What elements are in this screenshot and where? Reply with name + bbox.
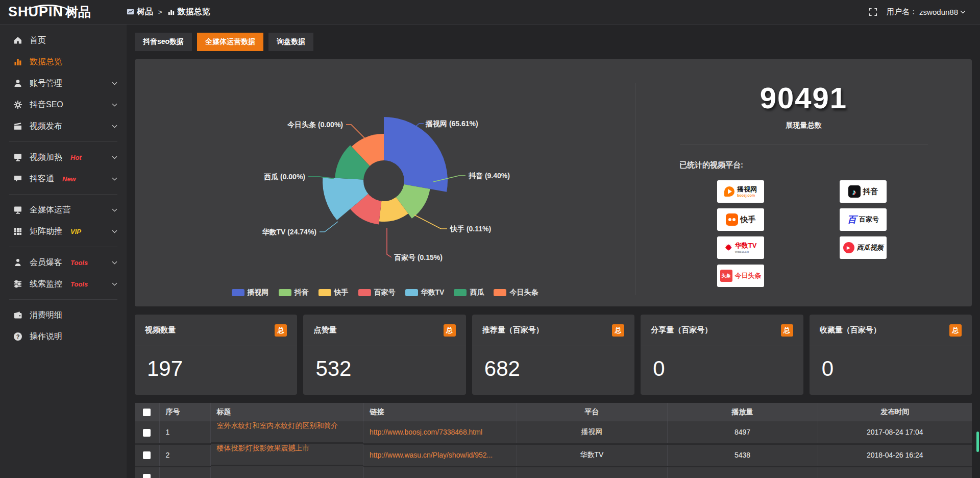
new-badge: New bbox=[62, 175, 76, 183]
stat-value: 682 bbox=[472, 346, 634, 381]
cell-title[interactable]: 楼体投影灯投影效果震撼上市 bbox=[211, 444, 364, 466]
table-row-partial bbox=[135, 466, 972, 478]
summary-divider bbox=[680, 145, 928, 145]
rose-pie-chart: 播视网 (65.61%) 抖音 (9.40%) 快手 (0.11%) 百家号 (… bbox=[135, 59, 635, 306]
sidebar-item-account-management[interactable]: 账号管理 bbox=[0, 73, 127, 94]
leader-line-toutiao bbox=[346, 125, 365, 139]
pie-label-baijiahao: 百家号 (0.15%) bbox=[394, 253, 443, 261]
breadcrumb-root[interactable]: 树品 bbox=[127, 7, 153, 17]
legend-swatch bbox=[454, 289, 467, 296]
main-content: 抖音seo数据 全媒体运营数据 询盘数据 bbox=[127, 25, 980, 478]
row-checkbox[interactable] bbox=[143, 451, 151, 459]
legend-item[interactable]: 快手 bbox=[318, 288, 349, 297]
stat-value: 0 bbox=[641, 346, 803, 381]
stat-card-video-count: 视频数量总 197 bbox=[135, 315, 297, 395]
bar-chart-icon bbox=[167, 8, 175, 16]
tab-douyin-seo-data[interactable]: 抖音seo数据 bbox=[135, 33, 192, 51]
grid-icon bbox=[13, 227, 22, 236]
col-published: 发布时间 bbox=[818, 403, 972, 421]
leader-line-huashutv bbox=[320, 222, 338, 232]
platform-badges: 播视网boosj.com ♪ 抖音 快手 百 百家号 ✹ 华数TVwasu.cn bbox=[717, 180, 972, 287]
chevron-down-icon bbox=[112, 177, 117, 181]
sidebar-item-doukotong[interactable]: 抖客通 New bbox=[0, 168, 127, 189]
legend-item[interactable]: 百家号 bbox=[358, 288, 396, 297]
gear-icon bbox=[13, 100, 22, 109]
sidebar-item-omnimedia-operation[interactable]: 全媒体运营 bbox=[0, 199, 127, 221]
tab-inquiry-data[interactable]: 询盘数据 bbox=[268, 33, 313, 51]
videos-table: 序号 标题 链接 平台 播放量 发布时间 1 室外水纹灯和室内水纹灯的区别和简介… bbox=[135, 403, 972, 478]
overview-panel: 播视网 (65.61%) 抖音 (9.40%) 快手 (0.11%) 百家号 (… bbox=[135, 59, 972, 306]
platform-badge-xigua: ▶ 西瓜视频 bbox=[840, 236, 887, 259]
sidebar-item-matrix-boost[interactable]: 矩阵助推 VIP bbox=[0, 221, 127, 242]
chevron-down-icon bbox=[112, 103, 117, 107]
top-bar: SHUPIN 树品 树品 > 数据总览 用户名： zswodun88 bbox=[0, 0, 980, 25]
chevron-down-icon bbox=[112, 156, 117, 159]
platform-badge-huashutv: ✹ 华数TVwasu.cn bbox=[717, 236, 764, 259]
total-badge: 总 bbox=[444, 324, 456, 337]
cell-platform: 播视网 bbox=[517, 421, 667, 444]
stat-value: 0 bbox=[810, 346, 972, 381]
pie-label-huashutv: 华数TV (24.74%) bbox=[261, 228, 316, 236]
legend-swatch bbox=[318, 289, 331, 296]
select-all-checkbox[interactable] bbox=[143, 409, 151, 416]
legend-item[interactable]: 抖音 bbox=[279, 288, 309, 297]
sidebar-item-video-publish[interactable]: 视频发布 bbox=[0, 115, 127, 137]
sidebar-item-member-burst[interactable]: 会员爆客 Tools bbox=[0, 252, 127, 273]
sidebar-item-spending-details[interactable]: 消费明细 bbox=[0, 304, 127, 326]
table-row: 2 楼体投影灯投影效果震撼上市 http://www.wasu.cn/Play/… bbox=[135, 444, 972, 466]
row-checkbox[interactable] bbox=[143, 429, 151, 437]
stat-value: 532 bbox=[303, 346, 465, 381]
legend-swatch bbox=[358, 289, 371, 296]
cell-platform: 华数TV bbox=[517, 444, 667, 466]
chevron-down-icon bbox=[112, 82, 117, 85]
cell-title[interactable]: 室外水纹灯和室内水纹灯的区别和简介 bbox=[211, 421, 364, 444]
sidebar-item-home[interactable]: 首页 bbox=[0, 30, 127, 51]
legend-item[interactable]: 播视网 bbox=[232, 288, 269, 297]
sidebar-item-lead-monitoring[interactable]: 线索监控 Tools bbox=[0, 273, 127, 295]
total-badge: 总 bbox=[612, 324, 624, 337]
platform-badge-douyin: ♪ 抖音 bbox=[840, 180, 887, 203]
legend-item[interactable]: 西瓜 bbox=[454, 288, 484, 297]
sidebar-item-data-overview[interactable]: 数据总览 bbox=[0, 51, 127, 73]
table-header-row: 序号 标题 链接 平台 播放量 发布时间 bbox=[135, 403, 972, 421]
monitor-icon bbox=[13, 153, 22, 162]
stat-card-likes: 点赞量总 532 bbox=[303, 315, 465, 395]
total-badge: 总 bbox=[949, 324, 962, 337]
scrollbar-thumb[interactable] bbox=[976, 432, 979, 452]
legend-item[interactable]: 华数TV bbox=[405, 288, 445, 297]
tools-badge: Tools bbox=[70, 280, 88, 288]
cell-link[interactable]: http://www.wasu.cn/Play/show/id/952... bbox=[370, 451, 510, 459]
legend-item[interactable]: 今日头条 bbox=[494, 288, 538, 297]
sidebar-item-video-heat[interactable]: 视频加热 Hot bbox=[0, 147, 127, 168]
chevron-down-icon bbox=[112, 261, 117, 265]
wallet-icon bbox=[13, 310, 22, 320]
dashboard-icon bbox=[127, 8, 134, 16]
user-menu[interactable]: 用户名： zswodun88 bbox=[887, 7, 966, 17]
summary-panel: 90491 展现量总数 已统计的视频平台: 播视网boosj.com ♪ 抖音 … bbox=[635, 59, 972, 306]
row-checkbox[interactable] bbox=[143, 474, 151, 478]
boshiwang-logo-icon bbox=[724, 186, 734, 197]
pie-center-hole bbox=[363, 160, 404, 201]
topbar-right: 用户名： zswodun88 bbox=[869, 7, 980, 17]
cell-published: 2018-04-26 16:24 bbox=[818, 444, 972, 466]
breadcrumb-current[interactable]: 数据总览 bbox=[167, 7, 210, 17]
col-platform: 平台 bbox=[517, 403, 667, 421]
cell-link[interactable]: http://www.boosj.com/7338468.html bbox=[370, 428, 510, 436]
sidebar-item-douyin-seo[interactable]: 抖音SEO bbox=[0, 94, 127, 115]
total-impressions-value: 90491 bbox=[635, 81, 972, 115]
stat-value: 197 bbox=[135, 346, 297, 381]
chevron-down-icon bbox=[960, 10, 966, 14]
sidebar-item-help[interactable]: ? 操作说明 bbox=[0, 326, 127, 347]
pie-label-toutiao: 今日头条 (0.00%) bbox=[287, 121, 343, 129]
tab-omnimedia-data[interactable]: 全媒体运营数据 bbox=[197, 33, 263, 51]
stat-card-shares: 分享量（百家号）总 0 bbox=[641, 315, 803, 395]
table-row: 1 室外水纹灯和室内水纹灯的区别和简介 http://www.boosj.com… bbox=[135, 421, 972, 444]
fullscreen-icon[interactable] bbox=[869, 8, 877, 16]
tools-badge: Tools bbox=[70, 259, 88, 267]
user-icon bbox=[13, 79, 22, 88]
clapperboard-icon bbox=[13, 122, 22, 131]
legend-swatch bbox=[279, 289, 291, 296]
legend-swatch bbox=[232, 289, 244, 296]
total-impressions-label: 展现量总数 bbox=[635, 121, 972, 130]
col-index: 序号 bbox=[159, 403, 210, 421]
